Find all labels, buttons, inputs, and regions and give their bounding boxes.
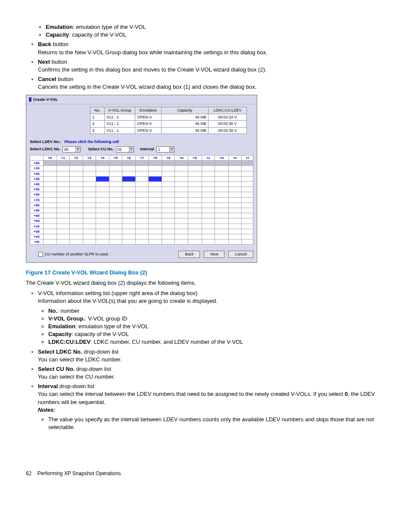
ldev-cell[interactable] — [135, 161, 149, 166]
next-button[interactable]: Next — [204, 251, 225, 258]
ldev-cell[interactable] — [215, 161, 229, 166]
ldev-cell[interactable] — [109, 197, 122, 202]
ldev-cell[interactable] — [242, 197, 253, 202]
ldev-cell[interactable] — [135, 182, 149, 187]
ldev-cell[interactable] — [44, 166, 57, 171]
ldev-cell[interactable] — [242, 224, 253, 229]
ldev-cell[interactable] — [83, 234, 96, 239]
ldev-cell[interactable] — [188, 202, 202, 208]
ldev-cell[interactable] — [96, 171, 109, 176]
ldev-cell[interactable] — [83, 208, 96, 213]
ldev-cell[interactable] — [44, 240, 57, 245]
ldev-cell[interactable] — [175, 202, 188, 208]
ldev-cell[interactable] — [44, 197, 57, 202]
ldev-cell[interactable] — [122, 187, 136, 192]
ldev-cell[interactable] — [149, 218, 162, 224]
ldev-cell[interactable] — [215, 240, 229, 245]
ldev-cell[interactable] — [83, 240, 96, 245]
ldev-cell[interactable] — [175, 213, 188, 218]
ldev-cell[interactable] — [162, 192, 175, 197]
ldev-cell[interactable] — [44, 218, 57, 224]
ldev-cell[interactable] — [135, 192, 149, 197]
ldev-cell[interactable] — [70, 176, 83, 181]
ldev-cell[interactable] — [44, 224, 57, 229]
ldev-cell[interactable] — [228, 224, 242, 229]
ldev-cell[interactable] — [83, 176, 96, 181]
ldev-cell[interactable] — [162, 208, 175, 213]
ldev-cell[interactable] — [228, 197, 242, 202]
ldev-cell[interactable] — [149, 176, 162, 181]
ldev-cell[interactable] — [56, 234, 70, 239]
ldev-cell[interactable] — [122, 208, 136, 213]
ldev-cell[interactable] — [96, 218, 109, 224]
ldev-cell[interactable] — [83, 218, 96, 224]
ldev-cell[interactable] — [188, 166, 202, 171]
ldev-cell[interactable] — [109, 202, 122, 208]
ldev-cell[interactable] — [215, 171, 229, 176]
ldev-cell[interactable] — [175, 171, 188, 176]
ldev-cell[interactable] — [96, 182, 109, 187]
ldev-cell[interactable] — [44, 171, 57, 176]
ldev-cell[interactable] — [56, 161, 70, 166]
ldev-cell[interactable] — [175, 197, 188, 202]
ldev-cell[interactable] — [70, 208, 83, 213]
ldev-cell[interactable] — [109, 218, 122, 224]
ldev-cell[interactable] — [242, 229, 253, 234]
ldev-cell[interactable] — [44, 176, 57, 181]
ldev-cell[interactable] — [162, 240, 175, 245]
ldev-cell[interactable] — [149, 161, 162, 166]
ldev-cell[interactable] — [96, 161, 109, 166]
ldev-cell[interactable] — [188, 240, 202, 245]
ldev-cell[interactable] — [215, 166, 229, 171]
ldev-cell[interactable] — [122, 234, 136, 239]
ldev-cell[interactable] — [70, 240, 83, 245]
ldev-cell[interactable] — [109, 166, 122, 171]
ldev-cell[interactable] — [215, 213, 229, 218]
ldev-cell[interactable] — [242, 213, 253, 218]
ldev-cell[interactable] — [149, 240, 162, 245]
ldev-cell[interactable] — [70, 229, 83, 234]
ldev-cell[interactable] — [83, 224, 96, 229]
back-button[interactable]: Back — [178, 251, 200, 258]
ldev-cell[interactable] — [188, 229, 202, 234]
ldev-cell[interactable] — [96, 192, 109, 197]
ldev-cell[interactable] — [135, 171, 149, 176]
ldev-cell[interactable] — [70, 234, 83, 239]
ldev-cell[interactable] — [215, 208, 229, 213]
ldev-cell[interactable] — [162, 224, 175, 229]
ldev-cell[interactable] — [83, 192, 96, 197]
ldev-cell[interactable] — [175, 187, 188, 192]
ldev-cell[interactable] — [83, 229, 96, 234]
ldev-cell[interactable] — [175, 192, 188, 197]
ldev-cell[interactable] — [96, 187, 109, 192]
ldev-cell[interactable] — [109, 240, 122, 245]
ldev-cell[interactable] — [149, 234, 162, 239]
interval-dropdown[interactable]: 1▼ — [156, 146, 174, 152]
ldev-cell[interactable] — [175, 229, 188, 234]
ldev-cell[interactable] — [215, 224, 229, 229]
ldev-cell[interactable] — [202, 176, 215, 181]
ldev-cell[interactable] — [109, 213, 122, 218]
ldev-cell[interactable] — [215, 192, 229, 197]
ldev-cell[interactable] — [202, 161, 215, 166]
ldev-cell[interactable] — [228, 182, 242, 187]
ldev-cell[interactable] — [56, 192, 70, 197]
ldev-cell[interactable] — [83, 187, 96, 192]
ldev-cell[interactable] — [175, 176, 188, 181]
ldev-cell[interactable] — [70, 182, 83, 187]
ldev-cell[interactable] — [109, 161, 122, 166]
ldev-cell[interactable] — [135, 166, 149, 171]
ldev-cell[interactable] — [149, 197, 162, 202]
ldev-cell[interactable] — [149, 192, 162, 197]
ldev-cell[interactable] — [242, 208, 253, 213]
ldev-cell[interactable] — [228, 240, 242, 245]
ldev-cell[interactable] — [56, 208, 70, 213]
ldev-cell[interactable] — [44, 213, 57, 218]
ldev-cell[interactable] — [149, 187, 162, 192]
ldev-cell[interactable] — [162, 218, 175, 224]
ldev-cell[interactable] — [70, 218, 83, 224]
ldev-cell[interactable] — [44, 161, 57, 166]
ldev-cell[interactable] — [83, 161, 96, 166]
ldev-cell[interactable] — [109, 208, 122, 213]
ldev-cell[interactable] — [202, 202, 215, 208]
